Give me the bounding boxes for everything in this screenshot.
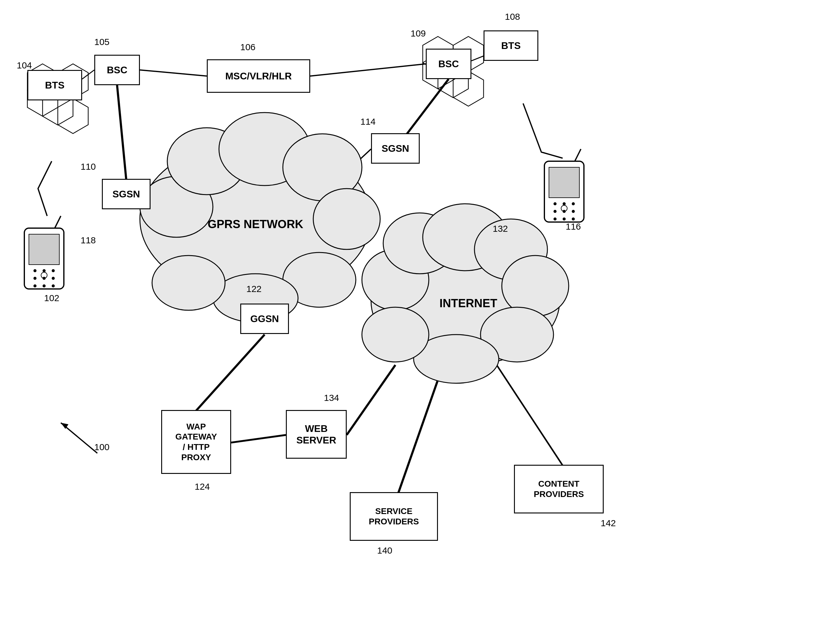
svg-point-54 xyxy=(42,284,46,287)
msc-box: MSC/VLR/HLR xyxy=(207,59,310,93)
bts-left-box: BTS xyxy=(28,70,82,100)
svg-point-28 xyxy=(167,128,246,195)
svg-line-14 xyxy=(150,195,189,213)
ref-118: 118 xyxy=(81,235,96,245)
svg-point-61 xyxy=(563,202,566,205)
svg-line-20 xyxy=(398,371,441,493)
web-server-label: WEBSERVER xyxy=(296,423,336,446)
svg-point-41 xyxy=(481,307,553,362)
svg-point-59 xyxy=(561,205,567,211)
service-providers-label: SERVICEPROVIDERS xyxy=(369,506,419,527)
svg-point-42 xyxy=(414,335,499,383)
svg-point-26 xyxy=(140,140,371,298)
ref-142: 142 xyxy=(601,518,616,528)
svg-line-22 xyxy=(61,423,97,453)
svg-point-30 xyxy=(283,134,362,201)
diagram-svg: GPRS NETWORK INTERNET xyxy=(0,0,840,643)
ref-140: 140 xyxy=(377,545,392,555)
sgsn-left-box: SGSN xyxy=(102,179,150,209)
content-providers-label: CONTENTPROVIDERS xyxy=(534,479,584,499)
svg-point-52 xyxy=(52,277,55,280)
svg-point-68 xyxy=(572,217,575,220)
svg-marker-4 xyxy=(58,98,88,134)
bts-left-label: BTS xyxy=(45,79,64,91)
content-providers-box: CONTENTPROVIDERS xyxy=(514,465,604,513)
svg-point-64 xyxy=(563,210,566,213)
sgsn-right-label: SGSN xyxy=(382,143,409,154)
svg-point-67 xyxy=(563,217,566,220)
wap-gateway-box: WAPGATEWAY/ HTTPPROXY xyxy=(161,410,231,474)
svg-point-51 xyxy=(42,277,46,280)
svg-point-62 xyxy=(572,202,575,205)
mobile-right xyxy=(545,149,584,222)
msc-label: MSC/VLR/HLR xyxy=(225,70,292,82)
svg-point-50 xyxy=(33,277,36,280)
svg-rect-44 xyxy=(24,228,64,289)
ref-132: 132 xyxy=(493,224,508,233)
ref-124: 124 xyxy=(195,481,210,491)
mobile-left xyxy=(24,216,64,289)
sgsn-left-label: SGSN xyxy=(113,188,140,200)
svg-line-19 xyxy=(347,365,395,435)
service-providers-box: SERVICEPROVIDERS xyxy=(350,492,438,541)
svg-point-32 xyxy=(283,253,356,307)
ref-116: 116 xyxy=(566,222,581,232)
ref-100: 100 xyxy=(94,442,109,452)
internet-label: INTERNET xyxy=(439,297,497,310)
svg-point-63 xyxy=(553,210,556,213)
bts-right-label: BTS xyxy=(501,40,521,51)
svg-point-34 xyxy=(152,256,225,310)
svg-line-24 xyxy=(82,70,94,79)
svg-point-66 xyxy=(553,217,556,220)
svg-point-60 xyxy=(553,202,556,205)
ref-106: 106 xyxy=(240,42,256,52)
ref-110: 110 xyxy=(81,162,96,171)
ggsn-box: GGSN xyxy=(240,304,289,334)
bsc-left-box: BSC xyxy=(94,55,140,85)
svg-point-40 xyxy=(502,256,569,316)
svg-line-15 xyxy=(328,149,371,189)
svg-point-39 xyxy=(475,219,547,280)
ref-114: 114 xyxy=(360,116,375,127)
web-server-box: WEBSERVER xyxy=(286,410,347,459)
svg-point-53 xyxy=(33,284,36,287)
svg-line-21 xyxy=(493,359,563,465)
gprs-label: GPRS NETWORK xyxy=(208,218,303,230)
sgsn-right-box: SGSN xyxy=(371,133,420,164)
svg-line-17 xyxy=(196,335,264,411)
wap-gateway-label: WAPGATEWAY/ HTTPPROXY xyxy=(176,421,217,462)
ref-108: 108 xyxy=(505,11,520,21)
ref-105: 105 xyxy=(94,37,109,47)
ref-134: 134 xyxy=(324,393,339,403)
ref-122: 122 xyxy=(246,284,261,294)
svg-point-49 xyxy=(52,269,55,272)
svg-point-37 xyxy=(383,213,456,274)
svg-line-56 xyxy=(55,216,61,228)
diagram: GPRS NETWORK INTERNET xyxy=(0,0,840,643)
svg-point-38 xyxy=(423,204,508,271)
svg-point-43 xyxy=(362,307,429,362)
svg-point-46 xyxy=(41,272,47,278)
bts-right-box: BTS xyxy=(484,30,538,61)
svg-point-65 xyxy=(572,210,575,213)
svg-line-10 xyxy=(140,70,207,76)
ggsn-label: GGSN xyxy=(250,313,279,325)
svg-rect-45 xyxy=(29,234,59,264)
svg-point-29 xyxy=(219,113,310,186)
ref-109: 109 xyxy=(411,28,426,38)
svg-line-11 xyxy=(310,64,426,76)
svg-point-48 xyxy=(42,269,46,272)
svg-line-18 xyxy=(231,435,286,442)
svg-point-31 xyxy=(313,189,380,250)
svg-point-27 xyxy=(140,176,213,237)
ref-102: 102 xyxy=(44,293,59,303)
bsc-right-box: BSC xyxy=(426,49,471,79)
svg-point-55 xyxy=(52,284,55,287)
svg-point-35 xyxy=(371,237,559,365)
svg-line-12 xyxy=(117,85,126,180)
ref-104: 104 xyxy=(17,60,32,70)
svg-rect-58 xyxy=(549,167,579,198)
svg-point-36 xyxy=(362,250,429,310)
svg-rect-57 xyxy=(545,161,584,222)
svg-line-69 xyxy=(575,149,581,161)
